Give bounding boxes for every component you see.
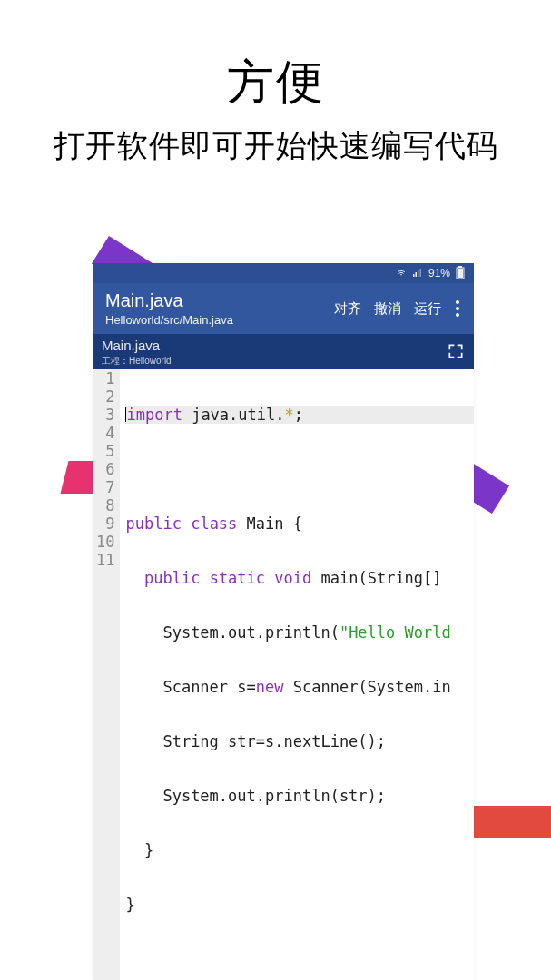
more-icon[interactable] xyxy=(454,300,461,317)
line-number: 9 xyxy=(96,514,114,533)
svg-rect-2 xyxy=(418,270,419,277)
align-button[interactable]: 对齐 xyxy=(334,300,361,318)
tab-title: Main.java xyxy=(102,338,447,353)
code-line: System.out.println(str); xyxy=(125,787,474,805)
app-bar-title: Main.java xyxy=(105,290,334,311)
line-number: 2 xyxy=(96,387,114,406)
run-button[interactable]: 运行 xyxy=(414,300,441,318)
line-number: 10 xyxy=(96,533,114,551)
app-bar-actions: 对齐 撤消 运行 xyxy=(334,300,461,318)
svg-rect-1 xyxy=(415,272,417,277)
line-number: 7 xyxy=(96,478,114,496)
expand-icon[interactable] xyxy=(447,342,465,364)
svg-rect-6 xyxy=(458,269,463,278)
line-number: 1 xyxy=(96,369,114,387)
app-bar: Main.java Helloworld/src/Main.java 对齐 撤消… xyxy=(93,283,474,334)
code-line: } xyxy=(125,896,474,914)
tab-active[interactable]: Main.java 工程：Helloworld xyxy=(102,338,447,368)
svg-rect-0 xyxy=(413,274,415,277)
phone-frame: 91% Main.java Helloworld/src/Main.java 对… xyxy=(93,263,474,980)
code-line: System.out.println("Hello World xyxy=(125,623,474,642)
hero-title: 方便 xyxy=(0,51,551,114)
code-area[interactable]: import java.util.*; public class Main { … xyxy=(120,369,474,980)
code-line: String str=s.nextLine(); xyxy=(125,732,474,750)
line-number: 3 xyxy=(96,406,114,424)
line-number: 8 xyxy=(96,496,114,514)
code-line xyxy=(125,460,474,478)
svg-rect-3 xyxy=(419,269,421,277)
battery-icon xyxy=(456,266,465,281)
code-editor[interactable]: 1 2 3 4 5 6 7 8 9 10 11 import java.util… xyxy=(93,369,474,980)
line-number: 6 xyxy=(96,460,114,478)
line-number: 5 xyxy=(96,442,114,460)
app-bar-title-area: Main.java Helloworld/src/Main.java xyxy=(105,290,334,327)
hero-subtitle: 打开软件即可开始快速编写代码 xyxy=(0,125,551,167)
hero-section: 方便 打开软件即可开始快速编写代码 xyxy=(0,0,551,167)
code-line: public class Main { xyxy=(125,514,474,533)
undo-button[interactable]: 撤消 xyxy=(374,300,401,318)
code-line: public static void main(String[] xyxy=(125,569,474,587)
code-line xyxy=(125,950,474,968)
battery-text: 91% xyxy=(428,267,450,279)
status-bar: 91% xyxy=(93,263,474,283)
tab-project-label: 工程：Helloworld xyxy=(102,355,447,368)
code-line: } xyxy=(125,841,474,859)
app-bar-subtitle: Helloworld/src/Main.java xyxy=(105,313,334,327)
gutter: 1 2 3 4 5 6 7 8 9 10 11 xyxy=(93,369,120,980)
tab-bar: Main.java 工程：Helloworld xyxy=(93,334,474,369)
line-number: 4 xyxy=(96,424,114,442)
wifi-icon xyxy=(396,267,407,280)
code-line: Scanner s=new Scanner(System.in xyxy=(125,678,474,696)
signal-icon xyxy=(412,267,423,280)
line-number: 11 xyxy=(96,551,114,569)
code-line: import java.util.*; xyxy=(125,406,474,424)
